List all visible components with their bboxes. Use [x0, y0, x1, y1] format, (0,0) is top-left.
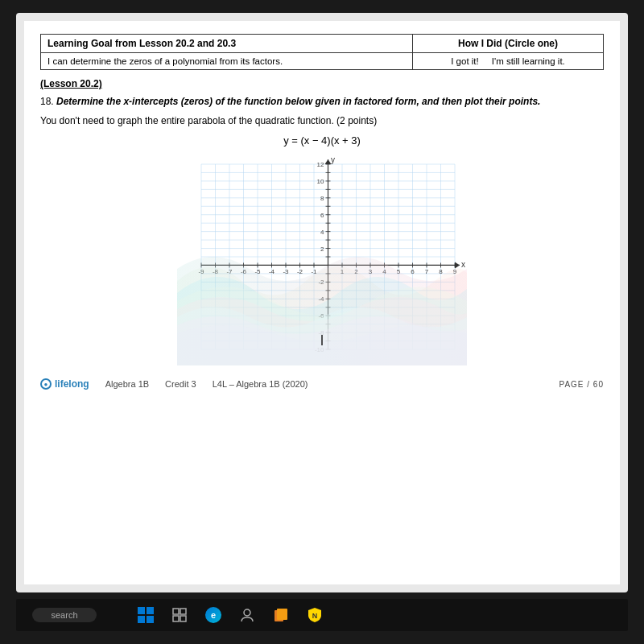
footer-page: PAGE / 60 — [559, 380, 604, 389]
learning-goal-table: Learning Goal from Lesson 20.2 and 20.3 … — [40, 34, 604, 70]
question-text: 18. Determine the x-intercepts (zeros) o… — [40, 94, 604, 109]
svg-rect-1 — [180, 609, 186, 614]
equation: y = (x − 4)(x + 3) — [40, 134, 604, 147]
svg-text:N: N — [312, 612, 318, 620]
lesson-label: (Lesson 20.2) — [40, 78, 604, 89]
question-sub: You don't need to graph the entire parab… — [40, 114, 604, 128]
question-number: 18. — [40, 96, 54, 107]
col1-header: Learning Goal from Lesson 20.2 and 20.3 — [41, 35, 413, 53]
svg-rect-2 — [173, 616, 179, 621]
document-content: Learning Goal from Lesson 20.2 and 20.3 … — [24, 21, 620, 584]
taskview-icon[interactable] — [171, 606, 188, 624]
graph-wrapper: I — [177, 156, 467, 365]
footer-subject: Algebra 1B — [105, 379, 149, 389]
logo-icon: ● — [40, 378, 52, 390]
logo: ● lifelong — [40, 378, 89, 390]
option-still-learning: I'm still learning it. — [492, 56, 565, 66]
svg-rect-6 — [277, 609, 287, 620]
text-cursor: I — [320, 332, 324, 349]
footer-lesson: L4L – Algebra 1B (2020) — [213, 379, 308, 389]
search-label: search — [51, 610, 77, 620]
svg-rect-3 — [180, 616, 186, 621]
option-got-it: I got it! — [451, 56, 479, 66]
did-options: I got it! I'm still learning it. — [413, 53, 604, 70]
logo-text: lifelong — [55, 378, 89, 390]
svg-rect-0 — [173, 609, 179, 614]
footer-credit: Credit 3 — [165, 379, 196, 389]
col2-header: How I Did (Circle one) — [413, 35, 604, 53]
edge-browser-icon: e — [205, 607, 221, 623]
taskbar: search — [16, 599, 628, 631]
question-main: Determine the x-intercepts (zeros) of th… — [56, 96, 540, 107]
files-icon[interactable] — [272, 606, 290, 624]
taskbar-icons: e N — [137, 606, 324, 624]
norton-icon[interactable]: N — [306, 606, 324, 624]
footer: ● lifelong Algebra 1B Credit 3 L4L – Alg… — [40, 375, 604, 393]
graph-container: I — [40, 156, 604, 365]
windows-icon[interactable] — [137, 606, 155, 624]
svg-point-4 — [244, 609, 250, 616]
goal-text: I can determine the zeros of a polynomia… — [41, 53, 413, 70]
edge-icon[interactable]: e — [204, 606, 222, 624]
person-icon[interactable] — [238, 606, 256, 624]
search-bar[interactable]: search — [32, 608, 97, 622]
equation-text: y = (x − 4)(x + 3) — [283, 134, 361, 147]
